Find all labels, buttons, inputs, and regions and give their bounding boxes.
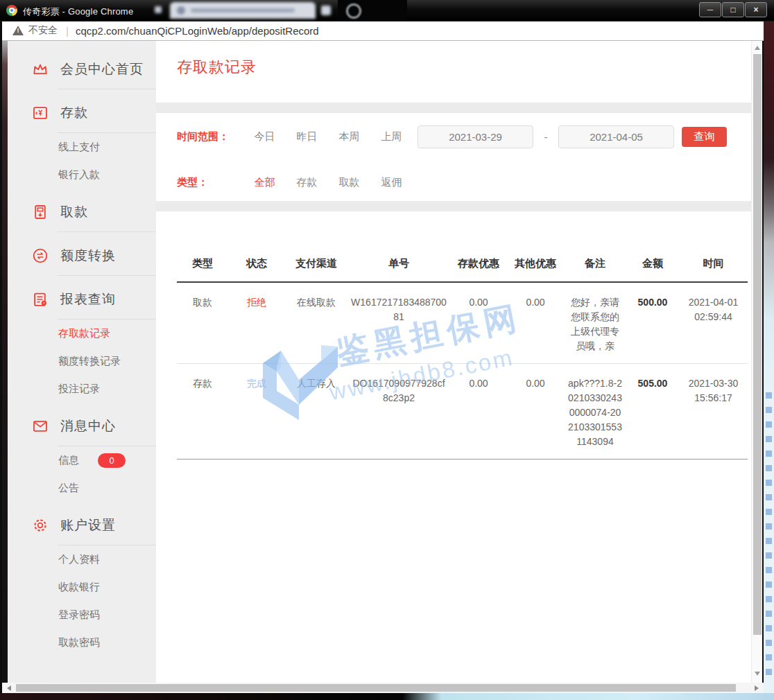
url-divider: | bbox=[66, 25, 69, 37]
cell-channel: 在线取款 bbox=[285, 282, 347, 364]
sidebar-nav: 会员中心首页存款线上支付银行入款取款额度转换报表查询存取款记录额度转换记录投注记… bbox=[8, 40, 156, 683]
query-button[interactable]: 查询 bbox=[682, 127, 727, 147]
cell-deposit-bonus: 0.00 bbox=[450, 282, 507, 364]
page-title: 存取款记录 bbox=[177, 57, 257, 78]
scroll-up-icon[interactable] bbox=[755, 46, 760, 50]
records-table: 类型 状态 支付渠道 单号 存款优惠 其他优惠 备注 金额 时间 取款 拒绝 bbox=[177, 250, 748, 460]
window-title: 传奇彩票 - Google Chrome bbox=[23, 6, 133, 18]
vertical-scrollbar[interactable] bbox=[751, 40, 762, 683]
records-table-wrap: 类型 状态 支付渠道 单号 存款优惠 其他优惠 备注 金额 时间 取款 拒绝 bbox=[177, 211, 748, 460]
sidebar-item-label: 报表查询 bbox=[60, 290, 116, 308]
cell-status: 拒绝 bbox=[228, 282, 285, 364]
cell-remark: 您好，亲请您联系您的上级代理专员哦，亲 bbox=[564, 282, 626, 364]
col-type: 类型 bbox=[177, 250, 228, 282]
sidebar-item-label: 会员中心首页 bbox=[60, 60, 144, 78]
url-bar[interactable]: 不安全 | cqcp2.com/chuanQiCPLoginWeb/app/de… bbox=[2, 21, 764, 41]
filter-today[interactable]: 今日 bbox=[243, 130, 286, 143]
date-from-input[interactable] bbox=[418, 125, 533, 148]
cell-order-no: DO1617090977928cf8c23p2 bbox=[347, 364, 450, 460]
sidebar-subitem-bet-record[interactable]: 投注记录 bbox=[8, 375, 156, 403]
sidebar-divider bbox=[58, 89, 156, 89]
sidebar-item-withdraw[interactable]: 取款 bbox=[8, 193, 156, 231]
col-remark: 备注 bbox=[564, 250, 626, 282]
sidebar-item-label: 账户设置 bbox=[60, 516, 116, 534]
sidebar-subitem-label: 登录密码 bbox=[58, 609, 100, 622]
maximize-button[interactable]: □ bbox=[722, 2, 744, 17]
sidebar-subitem-label: 信息 bbox=[58, 454, 79, 467]
sidebar-subitem-label: 收款银行 bbox=[58, 581, 100, 594]
window-titlebar: 传奇彩票 - Google Chrome ─ □ × bbox=[0, 0, 774, 21]
minimize-button[interactable]: ─ bbox=[699, 2, 721, 17]
type-withdraw[interactable]: 取款 bbox=[328, 176, 370, 189]
url-text[interactable]: cqcp2.com/chuanQiCPLoginWeb/app/depositR… bbox=[76, 25, 319, 37]
col-order-no: 单号 bbox=[347, 250, 450, 282]
cell-time: 2021-04-01 02:59:44 bbox=[679, 282, 748, 364]
settings-icon bbox=[31, 516, 49, 534]
sidebar-subitem-online-payment[interactable]: 线上支付 bbox=[8, 133, 156, 161]
scroll-right-icon[interactable] bbox=[755, 685, 759, 691]
table-header-row: 类型 状态 支付渠道 单号 存款优惠 其他优惠 备注 金额 时间 bbox=[177, 250, 748, 282]
message-icon bbox=[31, 417, 49, 435]
scroll-down-icon[interactable] bbox=[755, 672, 760, 676]
security-warning-icon[interactable] bbox=[12, 26, 24, 35]
sidebar-item-label: 额度转换 bbox=[60, 247, 116, 265]
sidebar-subitem-bank-deposit[interactable]: 银行入款 bbox=[8, 161, 156, 189]
filter-this-week[interactable]: 本周 bbox=[328, 130, 370, 143]
sidebar-subitem-label: 额度转换记录 bbox=[58, 355, 121, 368]
sidebar-subitem-label: 取款密码 bbox=[58, 636, 100, 649]
filter-yesterday[interactable]: 昨日 bbox=[286, 130, 328, 143]
deposit-icon bbox=[31, 104, 49, 122]
sidebar-subitem-login-password[interactable]: 登录密码 bbox=[8, 601, 156, 629]
type-all[interactable]: 全部 bbox=[243, 176, 286, 189]
sidebar-subitem-withdraw-password[interactable]: 取款密码 bbox=[8, 629, 156, 656]
vertical-scrollbar-thumb[interactable] bbox=[753, 54, 762, 635]
sidebar-subitem-label: 银行入款 bbox=[58, 168, 100, 182]
scroll-left-icon[interactable] bbox=[7, 685, 11, 691]
sidebar-divider bbox=[58, 231, 156, 232]
table-row: 存款 完成 人工存入 DO1617090977928cf8c23p2 0.00 … bbox=[177, 364, 748, 460]
sidebar-subitem-messages[interactable]: 信息0 bbox=[8, 446, 156, 474]
sidebar-subitem-label: 公告 bbox=[58, 482, 79, 495]
background-watermark-artifact bbox=[766, 392, 772, 682]
cell-channel: 人工存入 bbox=[285, 364, 347, 460]
section-divider bbox=[156, 103, 751, 113]
main-content: 存取款记录 时间范围： 今日 昨日 本周 上周 - 查询 类型： 全部 存款 取… bbox=[156, 40, 751, 683]
date-to-input[interactable] bbox=[558, 125, 674, 148]
type-rebate[interactable]: 返佣 bbox=[370, 176, 413, 189]
type-deposit[interactable]: 存款 bbox=[286, 176, 328, 189]
table-row: 取款 拒绝 在线取款 W161721718348870081 0.00 0.00… bbox=[177, 282, 748, 364]
crown-icon bbox=[31, 60, 49, 78]
col-other-bonus: 其他优惠 bbox=[507, 250, 564, 282]
sidebar-subitem-receiving-bank[interactable]: 收款银行 bbox=[8, 573, 156, 601]
report-icon bbox=[31, 290, 49, 308]
cell-amount: 500.00 bbox=[626, 282, 679, 364]
close-button[interactable]: × bbox=[745, 2, 767, 17]
background-window-artifact bbox=[338, 0, 407, 21]
sidebar-item-quota-transfer[interactable]: 额度转换 bbox=[8, 236, 156, 275]
security-label: 不安全 bbox=[28, 24, 58, 37]
sidebar-subitem-label: 存取款记录 bbox=[58, 327, 110, 340]
cell-status: 完成 bbox=[228, 364, 285, 460]
col-time: 时间 bbox=[679, 250, 748, 282]
sidebar-item-account-settings[interactable]: 账户设置 bbox=[8, 506, 156, 545]
cell-order-no: W161721718348870081 bbox=[347, 282, 450, 364]
type-filter: 类型： 全部 存款 取款 返佣 bbox=[177, 170, 751, 194]
page-content: 会员中心首页存款线上支付银行入款取款额度转换报表查询存取款记录额度转换记录投注记… bbox=[8, 40, 762, 683]
sidebar-item-reports[interactable]: 报表查询 bbox=[8, 280, 156, 319]
sidebar-subitem-deposit-withdraw-record[interactable]: 存取款记录 bbox=[8, 320, 156, 347]
sidebar-item-message-center[interactable]: 消息中心 bbox=[8, 407, 156, 446]
sidebar-subitem-profile[interactable]: 个人资料 bbox=[8, 545, 156, 573]
sidebar-subitem-quota-transfer-record[interactable]: 额度转换记录 bbox=[8, 347, 156, 375]
sidebar-subitem-label: 投注记录 bbox=[58, 383, 100, 396]
sidebar-subitem-announcements[interactable]: 公告 bbox=[8, 474, 156, 502]
cell-type: 存款 bbox=[177, 364, 228, 460]
horizontal-scrollbar-thumb[interactable] bbox=[16, 684, 736, 692]
sidebar-subitem-label: 线上支付 bbox=[58, 141, 100, 154]
cell-deposit-bonus: 0.00 bbox=[450, 364, 507, 460]
sidebar-item-deposit[interactable]: 存款 bbox=[8, 94, 156, 132]
cell-time: 2021-03-30 15:56:17 bbox=[679, 364, 748, 460]
col-amount: 金额 bbox=[626, 250, 679, 282]
sidebar-item-member-home[interactable]: 会员中心首页 bbox=[8, 50, 156, 89]
filter-last-week[interactable]: 上周 bbox=[370, 130, 413, 143]
horizontal-scrollbar[interactable] bbox=[2, 683, 764, 693]
